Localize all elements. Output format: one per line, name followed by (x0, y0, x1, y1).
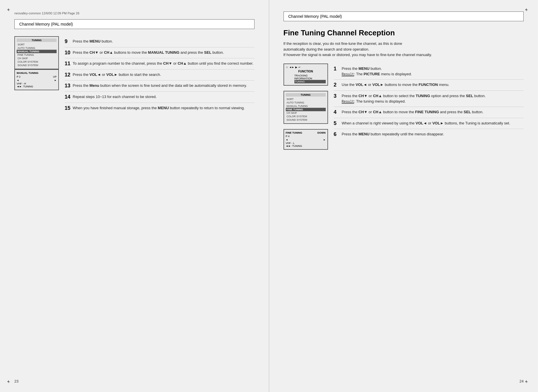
tuning-item-manual: MANUAL TUNING (17, 50, 57, 53)
tuning-item-color: COLOR SYSTEM (17, 60, 57, 64)
tuning-item-skip: CH SKIP (17, 57, 57, 60)
progress-left-arrow: ◄ (17, 79, 19, 82)
r-color: COLOR SYSTEM (286, 115, 326, 118)
left-page-number: 23 (14, 379, 18, 383)
function-screen-header: ☆ ◄► ▶ ↵ (286, 66, 326, 69)
right-step-4: 4 Press the CH▼ or CH▲ button to move th… (334, 107, 524, 118)
step-13-text: Press the Menu button when the screen is… (73, 83, 254, 89)
r-skip: CH SKIP (286, 111, 326, 115)
step-1-num: 1 (334, 66, 342, 72)
progress-right-arrow: ► (54, 79, 57, 82)
step-13-num: 13 (65, 83, 73, 89)
tuning-menu-title: TUNING (17, 39, 57, 42)
step-4-text: Press the CH▼ or CH▲ button to move the … (342, 109, 524, 115)
right-title-sub: (PAL model) (320, 14, 342, 19)
right-step-5: 5 When a channel is right viewed by usin… (334, 118, 524, 129)
information-item: INFORMATION (294, 77, 326, 80)
step-10: 10 Press the CH▼ or CH▲ buttons to move … (65, 47, 254, 59)
r-manual: MANUAL TUNING (286, 104, 326, 108)
right-step-2: 2 Use the VOL◄ or VOL► buttons to move t… (334, 80, 524, 91)
step-3-text: Press the CH▼ or CH▲ button to select th… (342, 93, 524, 105)
crosshair-top-left: + (7, 7, 13, 13)
vhf-label-left: VHF - H (17, 82, 57, 85)
fine-tuning-screen: FINE TUNING DOWN P 4 ◄ ► VHF - L ◄►: TUN… (284, 129, 328, 150)
right-page: + + Channel Memory (PAL model) Fine Tuni… (269, 0, 538, 392)
fine-left-arrow: ◄ (286, 139, 288, 141)
icon-star: ☆ (286, 66, 288, 69)
fine-nav-label: ◄►: TUNING (286, 145, 326, 147)
step-4-num: 4 (334, 109, 342, 116)
step-13: 13 Press the Menu button when the screen… (65, 80, 254, 92)
intro-text: If the reception is clear, you do not fi… (284, 41, 524, 58)
step-9-num: 9 (65, 39, 73, 45)
crosshair-bottom-right: + (525, 379, 531, 385)
icon-arrows: ◄► (289, 66, 294, 69)
right-step-6: 6 Press the MENU button repeatedly until… (334, 129, 524, 140)
fine-tuning-heading: Fine Tuning Channel Reception (284, 28, 524, 37)
right-title-main: Channel Memory (288, 14, 319, 19)
function-screen: ☆ ◄► ▶ ↵ FUNCTION TRACKING INFORMATION T… (284, 64, 328, 86)
right-screens: ☆ ◄► ▶ ↵ FUNCTION TRACKING INFORMATION T… (284, 64, 328, 150)
step-3-num: 3 (334, 93, 342, 99)
step-11: 11 To assign a program number to the cha… (65, 58, 254, 70)
step-15-text: When you have finished manual storage, p… (73, 105, 254, 111)
step-6-num: 6 (334, 131, 342, 138)
tuning-item-fine: FINE TUNING (17, 53, 57, 57)
step-9-text: Press the MENU button. (73, 39, 254, 44)
step-5-num: 5 (334, 120, 342, 127)
right-tuning-screen: TUNING SORT AUTO TUNING MANUAL TUNING FI… (284, 91, 328, 124)
left-content: TUNING SORT AUTO TUNING MANUAL TUNING FI… (14, 36, 254, 114)
tuning-menu-screen: TUNING SORT AUTO TUNING MANUAL TUNING FI… (14, 36, 59, 69)
r-auto: AUTO TUNING (286, 101, 326, 104)
tuning-item-function: TUNING (294, 80, 326, 83)
fine-p-label: P 4 (286, 135, 326, 138)
intro-line-3: If however the signal is weak or distore… (284, 53, 432, 57)
left-section-title-box: Channel Memory (PAL model) (14, 19, 254, 29)
page: + + neovalley-common 12/6/00 12:09 PM Pa… (0, 0, 538, 392)
nav-label-left: ◄►: TUNING (17, 85, 57, 88)
step-10-num: 10 (65, 50, 73, 56)
right-section-title-box: Channel Memory (PAL model) (284, 11, 524, 21)
fine-tuning-label: FINE TUNING (286, 131, 302, 134)
intro-line-2: automatically during the search and stor… (284, 47, 369, 51)
right-steps: 1 Press the MENU button.Result: The PICT… (334, 64, 524, 150)
function-title: FUNCTION (286, 70, 326, 73)
down-label: DOWN (317, 131, 326, 134)
icon-return: ↵ (298, 66, 301, 69)
step-11-num: 11 (65, 61, 73, 67)
intro-line-1: If the reception is clear, you do not fi… (284, 41, 402, 46)
step-5-text: When a channel is right viewed by using … (342, 120, 524, 126)
up-label: UP (53, 75, 57, 78)
left-screens: TUNING SORT AUTO TUNING MANUAL TUNING FI… (14, 36, 59, 114)
r-sound: SOUND SYSTEM (286, 118, 326, 122)
manual-tuning-label: MANUAL TUNING (17, 72, 38, 74)
left-title-sub: (PAL model) (51, 22, 73, 26)
right-step-3: 3 Press the CH▼ or CH▲ button to select … (334, 91, 524, 107)
tuning-item-sound: SOUND SYSTEM (17, 64, 57, 67)
step-10-text: Press the CH▼ or CH▲ buttons to move the… (73, 50, 254, 55)
p-label: P 2 (17, 75, 20, 78)
step-14-num: 14 (65, 94, 73, 100)
r-fine: FINE TUNING (286, 108, 326, 111)
crosshair-top-right: + (525, 7, 531, 13)
step-1-text: Press the MENU button.Result: The PICTUR… (342, 66, 524, 77)
crosshair-bottom-left: + (7, 379, 13, 385)
print-info: neovalley-common 12/6/00 12:09 PM Page 2… (14, 11, 254, 15)
right-tuning-title: TUNING (286, 93, 326, 97)
tuning-item-sort: SORT (17, 43, 57, 46)
step-6-text: Press the MENU button repeatedly until t… (342, 131, 524, 137)
right-content: ☆ ◄► ▶ ↵ FUNCTION TRACKING INFORMATION T… (284, 64, 524, 150)
step-12-text: Press the VOL◄ or VOL► button to start t… (73, 72, 254, 78)
step-14: 14 Repeat steps 10~13 for each channel t… (65, 92, 254, 103)
tuning-item-auto: AUTO TUNING (17, 46, 57, 50)
tracking-item: TRACKING (294, 74, 326, 77)
step-15-num: 15 (65, 105, 73, 112)
step-12: 12 Press the VOL◄ or VOL► button to star… (65, 70, 254, 81)
fine-vhf-label: VHF - L (286, 142, 326, 145)
manual-tuning-screen: MANUAL TUNING P 2 UP ◄ ► VHF - H ◄ (14, 69, 59, 90)
step-9: 9 Press the MENU button. (65, 36, 254, 47)
step-2-num: 2 (334, 82, 342, 88)
fine-right-arrow: ► (323, 139, 326, 141)
r-sort: SORT (286, 97, 326, 101)
left-page: + + neovalley-common 12/6/00 12:09 PM Pa… (0, 0, 269, 392)
